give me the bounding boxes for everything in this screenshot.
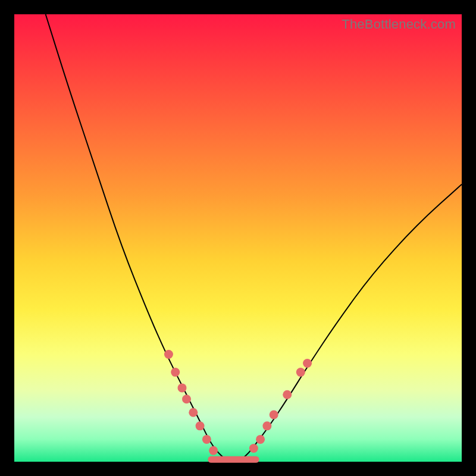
watermark-text: TheBottleneck.com: [342, 17, 456, 32]
curve-markers: [164, 350, 312, 455]
curve-marker: [209, 446, 218, 455]
curve-marker: [178, 383, 187, 392]
curve-marker: [262, 421, 271, 430]
curve-marker: [202, 435, 211, 444]
curve-marker: [296, 368, 305, 377]
curve-marker: [256, 435, 265, 444]
curve-marker: [249, 444, 258, 453]
curve-marker: [270, 411, 278, 419]
curve-marker: [189, 408, 198, 417]
curve-marker: [303, 359, 312, 368]
bottleneck-plot: [14, 14, 462, 462]
chart-frame: TheBottleneck.com: [14, 14, 462, 462]
curve-marker: [164, 350, 173, 359]
curve-marker: [283, 390, 292, 399]
curve-marker: [171, 368, 180, 377]
curve-marker: [182, 394, 191, 403]
bottleneck-curve: [46, 14, 462, 462]
curve-marker: [196, 421, 205, 430]
